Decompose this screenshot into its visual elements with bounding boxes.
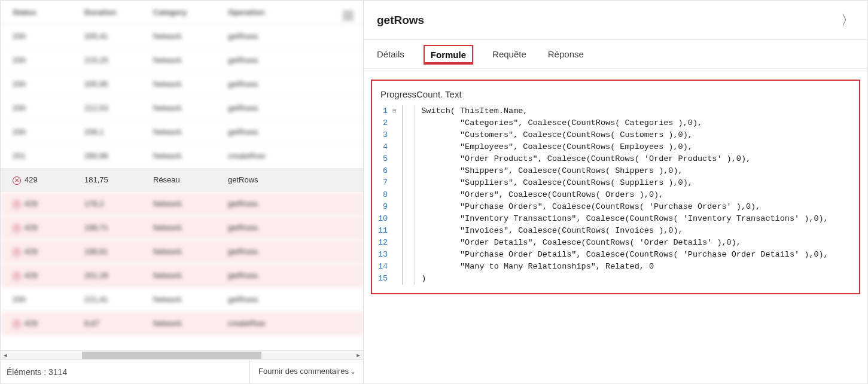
cell-status: ✕429 [13,319,84,328]
monitor-table-panel: Status Duration Category Operation 20020… [1,1,364,383]
cell-status: 200 [13,127,84,136]
gutter-divider [402,105,403,285]
cell-status: ✕429 [13,199,84,209]
col-header-duration[interactable]: Duration [84,8,153,17]
detail-header: getRows 〉 [364,1,867,40]
cell-operation: createRow [228,151,357,160]
cell-status: ✕429 [13,271,84,281]
cell-status: 200 [13,80,84,89]
cell-duration: 205,95 [84,80,153,89]
cell-duration: 6,67 [84,319,153,328]
cell-duration: 205,41 [84,32,153,41]
cell-category: Network [153,103,228,112]
table-scroll[interactable]: 200205,41NetworkgetRows200215,25Networkg… [1,25,363,350]
cell-status: 200 [13,295,84,304]
cell-duration: 209,1 [84,127,153,136]
cell-operation: getRows [228,175,357,184]
hamburger-icon [343,11,354,20]
cell-status: ✕429 [13,247,84,257]
cell-status: 201 [13,151,84,160]
cell-category: Network [153,32,228,41]
feedback-button[interactable]: Fournir des commentaires ⌄ [249,360,363,383]
detail-panel: getRows 〉 Détails Formule Requête Répons… [364,1,867,383]
table-footer: Éléments : 3114 Fournir des commentaires… [1,359,363,383]
scroll-thumb[interactable] [82,352,261,359]
cell-duration: 201,28 [84,271,153,280]
error-icon: ✕ [13,248,21,257]
table-row[interactable]: ✕429201,28NetworkgetRows [1,264,363,288]
feedback-label: Fournir des commentaires [257,367,350,376]
table-wrap: Status Duration Category Operation 20020… [1,1,363,350]
scroll-left-arrow-icon[interactable]: ◄ [1,352,10,358]
table-row[interactable]: 201260,98NetworkcreateRow [1,144,363,168]
table-row[interactable]: 200205,95NetworkgetRows [1,72,363,96]
cell-category: Network [153,151,228,160]
horizontal-scrollbar[interactable]: ◄ ► [1,350,363,359]
table-row[interactable]: ✕4296,67NetworkcreateRow [1,312,363,336]
collapse-chevron-icon[interactable]: 〉 [841,11,854,29]
table-header-row: Status Duration Category Operation [1,1,363,25]
fold-gutter: ⊟ [392,105,402,285]
table-row[interactable]: 200205,41NetworkgetRows [1,25,363,48]
elements-count: Éléments : 3114 [1,360,249,383]
table-row[interactable]: ✕429196,71NetworkgetRows [1,216,363,240]
tab-formula[interactable]: Formule [424,45,473,65]
cell-operation: getRows [228,103,357,112]
elements-value: 3114 [48,367,67,377]
scroll-right-arrow-icon[interactable]: ► [354,352,363,358]
tab-response[interactable]: Réponse [546,43,586,65]
cell-operation: getRows [228,80,357,89]
cell-duration: 212,53 [84,103,153,112]
col-header-operation[interactable]: Operation [228,8,339,17]
cell-category: Network [153,80,228,89]
error-icon: ✕ [13,320,21,328]
cell-duration: 260,98 [84,151,153,160]
formula-property-name: ProgressCount. Text [380,89,851,99]
table-row[interactable]: 200221,41NetworkgetRows [1,288,363,312]
cell-status: ✕429 [13,223,84,233]
tab-request[interactable]: Requête [490,43,529,65]
error-icon: ✕ [13,200,21,209]
cell-duration: 221,41 [84,295,153,304]
table-row[interactable]: 200212,53NetworkgetRows [1,96,363,120]
error-icon: ✕ [13,272,21,281]
cell-duration: 198,81 [84,247,153,256]
chevron-down-icon: ⌄ [350,368,356,376]
error-icon: ✕ [13,176,21,185]
cell-operation: getRows [228,56,357,65]
cell-operation: getRows [228,247,357,256]
detail-tabs: Détails Formule Requête Réponse [364,40,867,69]
scroll-track[interactable] [10,351,354,359]
formula-code-area: ProgressCount. Text 12345678910111213141… [371,80,860,294]
table-row[interactable]: ✕429198,81NetworkgetRows [1,240,363,264]
cell-category: Network [153,199,228,208]
cell-category: Network [153,56,228,65]
cell-status: 200 [13,32,84,41]
column-menu-button[interactable] [339,5,357,20]
tab-details[interactable]: Détails [374,43,407,65]
code-body[interactable]: 123456789101112131415 ⊟ Switch( ThisItem… [378,105,853,285]
cell-operation: getRows [228,127,357,136]
cell-operation: getRows [228,32,357,41]
col-header-status[interactable]: Status [13,8,84,17]
cell-category: Network [153,319,228,328]
code-lines[interactable]: Switch( ThisItem.Name, "Categories", Coa… [418,105,829,285]
cell-operation: getRows [228,271,357,280]
cell-duration: 181,75 [84,175,153,184]
indent-guide [415,105,415,285]
table-row[interactable]: ✕429178,2NetworkgetRows [1,192,363,216]
cell-operation: getRows [228,199,357,208]
cell-operation: getRows [228,223,357,232]
cell-status: 200 [13,56,84,65]
cell-operation: getRows [228,295,357,304]
elements-label: Éléments : [7,367,46,377]
cell-category: Réseau [153,175,228,184]
table-row[interactable]: 200209,1NetworkgetRows [1,120,363,144]
cell-status: 200 [13,103,84,112]
error-icon: ✕ [13,224,21,233]
table-row[interactable]: 200215,25NetworkgetRows [1,48,363,72]
cell-category: Network [153,127,228,136]
col-header-category[interactable]: Category [153,8,228,17]
detail-title: getRows [377,14,424,27]
table-row[interactable]: ✕429181,75RéseaugetRows [1,168,363,192]
